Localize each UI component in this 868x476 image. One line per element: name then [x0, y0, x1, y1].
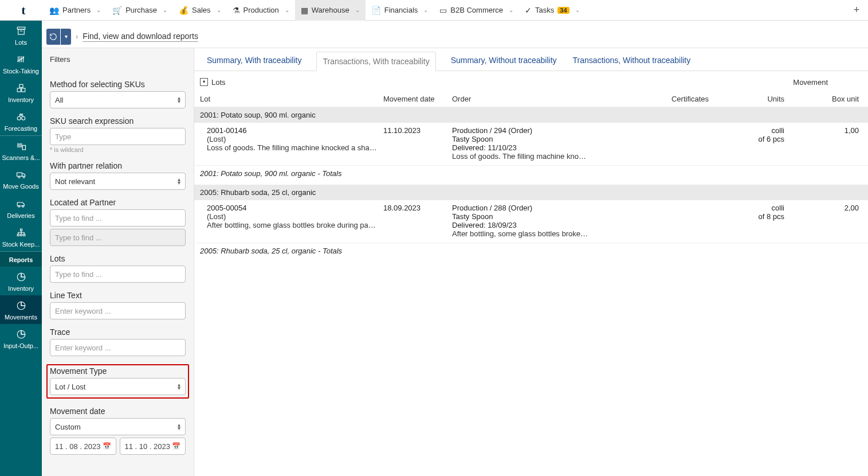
svg-rect-8 [19, 84, 23, 87]
chevron-down-icon: ⌄ [509, 7, 513, 13]
filter-located-input-1[interactable]: Type to find ... [50, 209, 186, 227]
sidebar-item-forecasting[interactable]: Forecasting [0, 107, 42, 135]
filter-partner-relation-label: With partner relation [50, 161, 186, 170]
svg-point-22 [22, 205, 23, 207]
menu-label: Tasks [535, 6, 554, 14]
tab-summary-without-traceability[interactable]: Summary, Without traceability [450, 51, 558, 71]
filter-sku-placeholder: Type [55, 132, 71, 141]
cell-date: 11.10.2023 [383, 126, 452, 135]
topmenu-partners[interactable]: 👥Partners⌄ [44, 0, 107, 21]
archive-icon [15, 25, 28, 37]
topmenu-financials[interactable]: 📄Financials⌄ [366, 0, 434, 21]
filter-located-input-2[interactable]: Type to find ... [50, 229, 186, 246]
sidebar-item-label: Stock-Taking [3, 68, 39, 75]
chevron-down-icon: ⌄ [217, 7, 221, 13]
topmenu-warehouse[interactable]: ▦Warehouse⌄ [295, 0, 366, 21]
tally-icon [15, 54, 28, 65]
filter-movdate-preset-select[interactable]: Custom ▴▾ [50, 418, 186, 435]
chevron-down-icon: ⌄ [96, 7, 101, 13]
filter-lots-input[interactable]: Type to find ... [50, 266, 186, 283]
filter-linetext: Line Text Enter keyword ... [50, 291, 186, 319]
svg-rect-9 [17, 88, 21, 92]
binoculars-icon [15, 111, 28, 123]
th-order: Order [452, 95, 612, 103]
sidebar-item-scanners-[interactable]: Scanners &... [0, 136, 42, 165]
history-dropdown-button[interactable]: ▾ [61, 29, 71, 45]
topmenu-b2b-commerce[interactable]: ▭B2B Commerce⌄ [434, 0, 519, 21]
sidebar-item-label: Inventory [8, 96, 34, 103]
filter-movtype-label: Movement Type [50, 366, 186, 376]
sidebar-item-reports[interactable]: Reports [0, 252, 42, 267]
history-back-button[interactable] [46, 29, 60, 45]
cell-date: 18.09.2023 [383, 204, 452, 212]
table-row[interactable]: 2001-00146(Lost)Loss of goods. The filli… [194, 123, 868, 166]
filter-trace: Trace Enter keyword ... [50, 327, 186, 356]
tab-summary-with-traceability[interactable]: Summary, With traceability [206, 51, 303, 71]
sidebar-item-deliveries[interactable]: Deliveries [0, 194, 42, 223]
sidebar-item-stock-taking[interactable]: Stock-Taking [0, 49, 42, 78]
sidebar-item-label: Movements [5, 314, 37, 321]
cell-lot: 2005-00054(Lost)After bottling, some gla… [200, 204, 383, 229]
sidebar-item-lots[interactable]: Lots [0, 21, 42, 49]
filter-partner-relation: With partner relation Not relevant ▴▾ [50, 161, 186, 190]
filter-movtype-select[interactable]: Lot / Lost ▴▾ [50, 378, 186, 395]
filter-movement-type: Movement Type Lot / Lost ▴▾ [46, 364, 189, 399]
top-nav: t 👥Partners⌄🛒Purchase⌄💰Sales⌄⚗Production… [0, 0, 868, 21]
topmenu-production[interactable]: ⚗Production⌄ [227, 0, 295, 21]
chevron-down-icon: ⌄ [575, 7, 580, 13]
filter-located-placeholder-2: Type to find ... [55, 233, 102, 242]
filter-movement-date: Movement date Custom ▴▾ 11 . 08 . 2023 📅 [50, 407, 186, 455]
menu-label: Warehouse [312, 6, 349, 14]
breadcrumb-separator-icon: › [76, 32, 78, 41]
sidebar-item-movements[interactable]: Movements [0, 295, 42, 324]
topmenu-purchase[interactable]: 🛒Purchase⌄ [107, 0, 173, 21]
sidebar-item-label: Deliveries [7, 212, 34, 219]
pie-icon [15, 300, 28, 311]
topmenu-tasks[interactable]: ✓Tasks 34⌄ [519, 0, 585, 21]
sidebar-item-move-goods[interactable]: Move Goods [0, 165, 42, 193]
sidebar-item-inventory[interactable]: Inventory [0, 267, 42, 295]
menu-icon: 💰 [179, 6, 188, 15]
sidebar-item-label: Reports [9, 256, 33, 263]
filter-sku-label: SKU search expression [50, 116, 186, 126]
filter-trace-input[interactable]: Enter keyword ... [50, 339, 186, 356]
svg-rect-1 [18, 29, 24, 34]
legend-movement: Movement [793, 75, 862, 87]
filter-method-select[interactable]: All ▴▾ [50, 91, 186, 108]
table-row[interactable]: 2005-00054(Lost)After bottling, some gla… [194, 200, 868, 243]
menu-icon: ⚗ [233, 6, 240, 15]
svg-rect-24 [17, 234, 19, 236]
group-header[interactable]: 2001: Potato soup, 900 ml. organic [194, 107, 868, 123]
content-row: Filters Method for selecting SKUs All ▴▾… [42, 48, 868, 476]
filters-panel: Filters Method for selecting SKUs All ▴▾… [42, 48, 194, 476]
group-header[interactable]: 2005: Rhubarb soda, 25 cl, organic [194, 185, 868, 200]
filter-sku-input[interactable]: Type [50, 128, 186, 145]
sidebar-item-input-outp-[interactable]: Input-Outp... [0, 324, 42, 353]
add-tab-button[interactable]: + [849, 4, 865, 16]
filters-title: Filters [50, 55, 186, 64]
select-caret-icon: ▴▾ [178, 96, 180, 103]
legend-lots: Lots [211, 75, 226, 87]
tree-icon [15, 227, 28, 239]
filter-linetext-input[interactable]: Enter keyword ... [50, 302, 186, 319]
sidebar-item-label: Input-Outp... [3, 342, 38, 349]
sidebar-item-label: Forecasting [5, 125, 37, 132]
sidebar-item-stock-keep-[interactable]: Stock Keep... [0, 223, 42, 251]
filter-date-from[interactable]: 11 . 08 . 2023 📅 [50, 438, 116, 455]
sidebar-item-inventory[interactable]: Inventory [0, 78, 42, 107]
chevron-down-icon: ⌄ [423, 7, 428, 13]
tab-transactions-without-traceability[interactable]: Transactions, Without traceability [572, 51, 692, 71]
legend-row: • Lots Movement [194, 71, 868, 87]
cell-order: Production / 294 (Order)Tasty SpoonDeliv… [452, 126, 612, 161]
filter-partner-relation-select[interactable]: Not relevant ▴▾ [50, 173, 186, 190]
collapse-toggle[interactable]: • [200, 78, 208, 86]
topmenu-sales[interactable]: 💰Sales⌄ [173, 0, 227, 21]
sidebar-item-label: Inventory [8, 285, 34, 292]
breadcrumb-title[interactable]: Find, view and download reports [83, 32, 198, 42]
menu-icon: ✓ [525, 6, 532, 15]
sidebar-item-label: Move Goods [3, 183, 38, 190]
tab-transactions-with-traceability[interactable]: Transactions, With traceability [316, 52, 435, 71]
filter-date-to[interactable]: 11 . 10 . 2023 📅 [120, 438, 186, 455]
filter-located-placeholder-1: Type to find ... [55, 214, 102, 223]
side-nav: LotsStock-TakingInventoryForecastingScan… [0, 21, 42, 476]
